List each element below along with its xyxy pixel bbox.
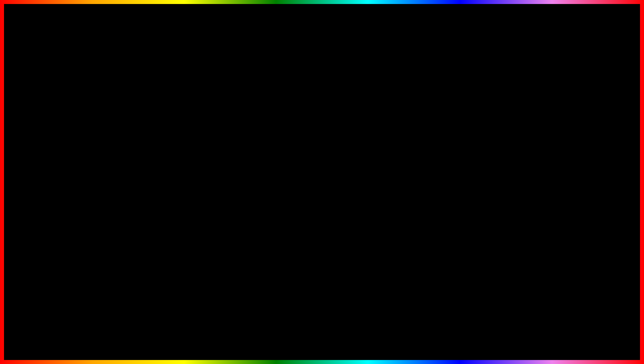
settings-icon[interactable]: ⚙️ [249, 93, 256, 101]
use-skill-z-checkbox[interactable] [356, 161, 361, 166]
user-icon[interactable]: 👤 [239, 93, 246, 101]
auto-farm-near-item[interactable]: Auto Farm Near [124, 145, 189, 152]
window-header-blue: ZEN HUB | VERSION X 👤 ⚙️ [228, 125, 366, 136]
use-skill-b-checkbox[interactable] [356, 199, 361, 205]
auto-collect-chest-item[interactable]: Auto Collect Chest Sea King [231, 175, 296, 184]
tab-seaking-blue[interactable]: 🌊 Sea King [286, 138, 315, 146]
win-title-blue: ZEN HUB | VERSION X [231, 128, 278, 133]
tab-main-blue[interactable]: 🏠 Main [231, 138, 253, 146]
bottom-text-area: AUTO FARM SCRIPT PASTEBIN [0, 312, 644, 354]
auto-hydra-hop-item[interactable]: Auto Hydra Seaking [Hop] [231, 185, 296, 192]
win-tabs-orange: 🏠 Main 👻 GhostShip 🌊 Sea King 📊 Stats [121, 103, 259, 115]
tab-ghostship-blue[interactable]: 👻 GhostShip [254, 138, 285, 146]
user-icon-blue[interactable]: 👤 [345, 127, 353, 134]
auto-attack-hydra-checkbox[interactable] [288, 167, 294, 172]
main-farm-title: Main Farm [124, 118, 189, 124]
window-header-orange: ZEN HUB | VERSION X 👤 ⚙️ [121, 91, 259, 103]
win-icons-blue: 👤 ⚙️ [345, 127, 363, 134]
farm-mob-item[interactable]: Farm Mob [124, 163, 189, 171]
sea-king-section-title: Sea King [231, 151, 296, 157]
win-title-orange: ZEN HUB | VERSION X [124, 95, 171, 100]
corner-legacy: LEGACY [597, 329, 619, 335]
auto-new-world-item[interactable]: Auto New World [124, 153, 189, 160]
corner-king: KING [582, 329, 595, 335]
auto-collect-chest-checkbox[interactable] [288, 177, 294, 182]
auto-use-skill-title: Auto Use Skill [298, 151, 363, 157]
corner-king-legacy-label: KING LEGACY [582, 328, 619, 336]
mob-info: [Mob] : Trainer Chef [Lv.250] [124, 126, 189, 129]
settings-icon-blue[interactable]: ⚙️ [355, 127, 363, 134]
hydra-status: Hydra Seaking Status : YES [231, 159, 296, 165]
corner-character [568, 271, 633, 328]
auto-farm-level-checkbox[interactable] [182, 137, 187, 142]
config-farm-title: Config Farm [192, 118, 257, 124]
win-col-left-blue: Sea King Hydra Seaking Status : YES Auto… [231, 151, 296, 207]
tab-main-orange[interactable]: 🏠 Main [124, 105, 146, 113]
tab-seaking-orange[interactable]: 🌊 Sea King [180, 105, 209, 113]
page-title: KING LEGACY [0, 7, 644, 63]
use-skill-c-item[interactable]: Use Skill C [298, 178, 363, 187]
win-icons-orange: 👤 ⚙️ [239, 93, 256, 101]
use-skill-v-checkbox[interactable] [356, 190, 361, 195]
quest-info: [Quest] : Trainer Chef [Level] : QuestLv… [124, 130, 189, 134]
win-col-left-orange: Main Farm [Mob] : Trainer Chef [Lv.250] … [124, 118, 189, 172]
use-skill-b-item[interactable]: Use Skill B [298, 198, 363, 206]
win-col-right-blue: Auto Use Skill Use Skill Z Use Skill X U… [298, 151, 363, 207]
auto-attack-hydra-item[interactable]: Auto Attack Hydra Seaking [231, 165, 296, 174]
window-seaking: ZEN HUB | VERSION X 👤 ⚙️ 🏠 Main 👻 GhostS… [227, 124, 367, 211]
use-skill-v-item[interactable]: Use Skill V [298, 188, 363, 197]
win-body-blue: Sea King Hydra Seaking Status : YES Auto… [228, 148, 366, 210]
use-skill-x-checkbox[interactable] [356, 170, 361, 176]
tab-stats-blue[interactable]: 📊 Stats [317, 138, 339, 146]
use-skill-x-item[interactable]: Use Skill X [298, 169, 363, 177]
use-skill-c-checkbox[interactable] [356, 180, 361, 185]
corner-image: KING LEGACY [567, 267, 634, 337]
auto-farm-text: AUTO FARM [103, 312, 320, 354]
tab-stats-orange[interactable]: 📊 Stats [210, 105, 232, 113]
use-skill-z-item[interactable]: Use Skill Z [298, 159, 363, 168]
script-pastebin-text: SCRIPT PASTEBIN [327, 319, 542, 347]
auto-farm-level-item[interactable]: Auto Farm Level [124, 135, 189, 144]
tab-ghostship-orange[interactable]: 👻 GhostShip [147, 105, 178, 113]
win-tabs-blue: 🏠 Main 👻 GhostShip 🌊 Sea King 📊 Stats [228, 136, 366, 148]
